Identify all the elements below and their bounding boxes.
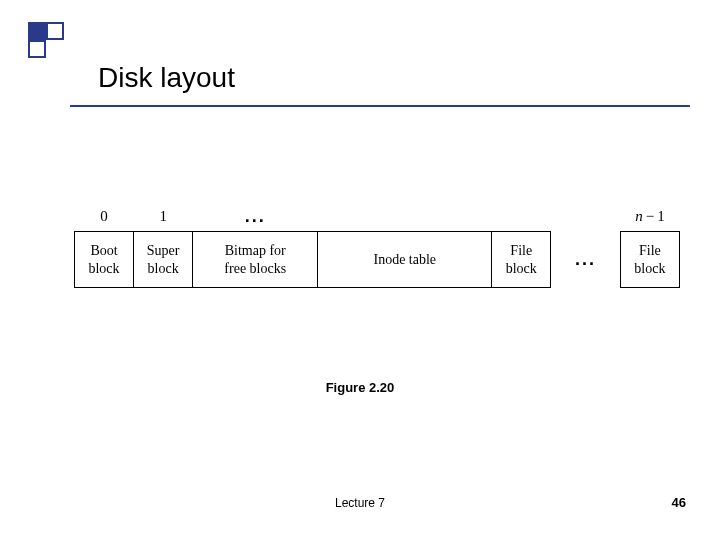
index-blank-2 — [492, 205, 551, 232]
deco-square-filled — [28, 22, 46, 40]
index-n-minus-1: n − 1 — [620, 205, 679, 232]
cell-super-block: Superblock — [134, 232, 193, 288]
cell-boot-block: Bootblock — [75, 232, 134, 288]
title-rule — [70, 105, 690, 107]
cell-bitmap: Bitmap forfree blocks — [193, 232, 318, 288]
index-row: 0 1 ... n − 1 — [75, 205, 680, 232]
index-dots: ... — [193, 205, 318, 232]
slide-title: Disk layout — [98, 62, 235, 94]
cell-file-block-n: Fileblock — [620, 232, 679, 288]
deco-square-outline-right — [46, 22, 64, 40]
disk-layout-diagram: 0 1 ... n − 1 Bootblock Superblock Bitma… — [74, 205, 680, 288]
figure-caption: Figure 2.20 — [0, 380, 720, 395]
footer-lecture: Lecture 7 — [0, 496, 720, 510]
cell-gap-dots: ... — [551, 232, 621, 288]
index-blank-1 — [318, 205, 492, 232]
index-1: 1 — [134, 205, 193, 232]
cell-inode-table: Inode table — [318, 232, 492, 288]
index-0: 0 — [75, 205, 134, 232]
cell-file-block-1: Fileblock — [492, 232, 551, 288]
index-blank-3 — [551, 205, 621, 232]
block-row: Bootblock Superblock Bitmap forfree bloc… — [75, 232, 680, 288]
deco-square-outline-bottom — [28, 40, 46, 58]
disk-layout-table: 0 1 ... n − 1 Bootblock Superblock Bitma… — [74, 205, 680, 288]
footer-page: 46 — [672, 495, 686, 510]
